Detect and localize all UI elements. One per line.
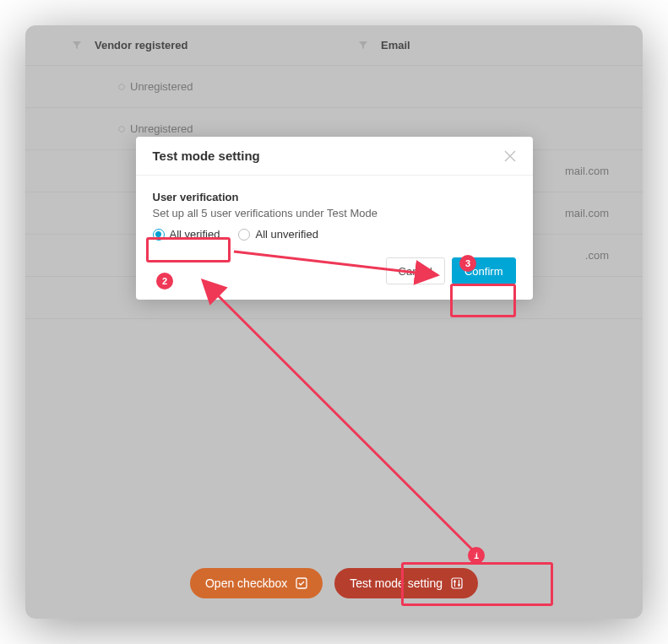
svg-rect-2 (296, 578, 307, 588)
confirm-button[interactable]: Confirm (452, 257, 516, 284)
modal-footer: Cancel Confirm (136, 246, 533, 300)
radio-label: All unverified (255, 228, 318, 241)
cancel-label: Cancel (399, 265, 432, 278)
app-frame: Vendor registered Email Unregistered Unr… (25, 25, 643, 619)
close-icon[interactable] (504, 150, 516, 162)
modal-body: User verification Set up all 5 user veri… (136, 176, 533, 246)
checkbox-icon (296, 577, 307, 589)
section-description: Set up all 5 user verifications under Te… (153, 207, 516, 219)
radio-indicator (238, 229, 250, 241)
modal-title: Test mode setting (153, 149, 260, 163)
svg-rect-3 (452, 578, 462, 588)
cancel-button[interactable]: Cancel (386, 257, 445, 284)
modal-header: Test mode setting (136, 137, 533, 176)
radio-all-unverified[interactable]: All unverified (238, 228, 318, 241)
test-mode-modal: Test mode setting User verification Set … (136, 137, 533, 300)
svg-point-6 (453, 581, 456, 583)
sliders-icon (451, 577, 463, 589)
section-title: User verification (153, 191, 516, 203)
open-checkbox-label: Open checkbox (205, 576, 287, 590)
radio-group: All verified All unverified (153, 228, 516, 241)
bottom-action-bar: Open checkbox Test mode setting (25, 568, 643, 598)
confirm-label: Confirm (464, 265, 503, 278)
svg-point-7 (458, 584, 460, 587)
open-checkbox-button[interactable]: Open checkbox (190, 568, 323, 598)
test-mode-label: Test mode setting (350, 576, 443, 590)
test-mode-setting-button[interactable]: Test mode setting (334, 568, 478, 598)
radio-all-verified[interactable]: All verified (153, 228, 220, 241)
radio-label: All verified (170, 228, 220, 241)
modal-overlay (25, 25, 643, 619)
radio-indicator (153, 229, 165, 241)
